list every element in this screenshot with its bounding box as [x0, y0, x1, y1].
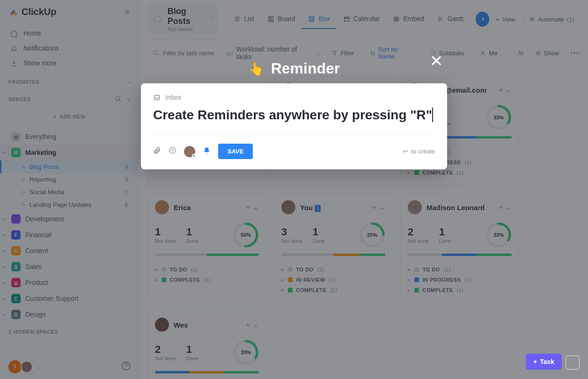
reminder-modal: Inbox Create Reminders anywhere by press…: [141, 83, 447, 169]
assignee-avatar[interactable]: [184, 146, 195, 157]
fab-label: Task: [540, 358, 554, 365]
svg-point-26: [574, 360, 575, 362]
inbox-icon: [153, 94, 161, 101]
modal-footer: SAVE ↩to create: [153, 136, 435, 159]
svg-point-31: [572, 364, 573, 365]
reminder-text: Create Reminders anywhere by pressing "R…: [153, 108, 432, 122]
svg-point-28: [572, 362, 573, 364]
modal-overlay[interactable]: 👆 Reminder ✕ Inbox Create Reminders anyw…: [0, 0, 588, 379]
modal-location[interactable]: Inbox: [153, 94, 435, 101]
modal-header: 👆 Reminder: [248, 60, 340, 77]
clock-icon[interactable]: [169, 146, 176, 157]
svg-point-30: [570, 364, 572, 365]
notify-icon[interactable]: [203, 146, 211, 157]
svg-point-27: [570, 362, 572, 364]
attachment-icon[interactable]: [153, 146, 161, 157]
apps-icon: [569, 359, 576, 366]
plus-icon: +: [533, 358, 537, 365]
close-icon[interactable]: ✕: [430, 51, 443, 70]
reminder-icon: 👆: [248, 61, 265, 76]
hint-text: to create: [411, 148, 435, 155]
svg-point-24: [570, 360, 572, 362]
modal-hint: ↩to create: [403, 148, 435, 155]
svg-point-25: [572, 360, 573, 362]
apps-fab[interactable]: [566, 356, 580, 370]
svg-point-32: [574, 364, 575, 365]
enter-icon: ↩: [403, 148, 408, 155]
save-button[interactable]: SAVE: [218, 144, 253, 159]
inbox-label: Inbox: [165, 94, 181, 101]
svg-point-29: [574, 362, 575, 364]
reminder-text-input[interactable]: Create Reminders anywhere by pressing "R…: [153, 108, 435, 123]
new-task-fab[interactable]: +Task: [526, 354, 562, 370]
modal-title: Reminder: [271, 60, 340, 77]
